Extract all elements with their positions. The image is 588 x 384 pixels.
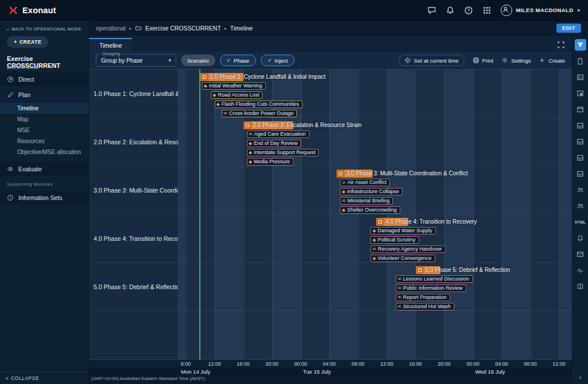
- inject-label: Public Information Review: [403, 285, 463, 291]
- notifications-icon[interactable]: [575, 232, 586, 244]
- archive-tray-4-icon[interactable]: [575, 168, 586, 179]
- sidebar-item-mse[interactable]: MSE: [0, 125, 88, 136]
- inject-chip[interactable]: ✉Structured Hot Wash: [396, 303, 454, 310]
- inject-chip[interactable]: ✉Report Preparation: [396, 294, 450, 301]
- inject-diamond-icon: ◆: [249, 149, 252, 156]
- settings-button[interactable]: Settings: [501, 57, 531, 64]
- scenario-chip[interactable]: Scenario: [181, 55, 215, 66]
- inject-filter-chip[interactable]: ✓ Inject: [261, 55, 295, 66]
- phase-bar[interactable]: 2.0 Phase 2: Escalation & Resource Strai…: [243, 121, 294, 129]
- eye-icon: [7, 166, 14, 172]
- breadcrumb-operational[interactable]: operational: [96, 25, 126, 32]
- inject-diamond-icon: ◆: [372, 228, 376, 234]
- create-button[interactable]: +CREATE: [7, 36, 48, 48]
- breadcrumb-exercise[interactable]: Exercise CROSSCURRENT: [145, 25, 221, 32]
- apps-grid-icon[interactable]: [482, 6, 492, 15]
- inject-chip[interactable]: ◆Political Scrutiny: [370, 236, 419, 244]
- inject-chip[interactable]: ◆End of Day Review: [247, 140, 301, 147]
- phase-bar[interactable]: 5.0 Phase 5: Debrief & Reflection: [416, 266, 441, 274]
- activity-icon[interactable]: [575, 264, 586, 276]
- set-at-current-time-button[interactable]: Set at current time: [399, 55, 465, 66]
- plan-sub-list: Timeline Map MSE Resources Objective/MSE…: [0, 103, 88, 158]
- collapse-sidebar-button[interactable]: «COLLAPSE: [0, 371, 88, 384]
- edit-button[interactable]: EDIT: [556, 24, 581, 33]
- inject-label: Flash Flooding Cuts Communities: [222, 101, 299, 107]
- pip-panel-icon[interactable]: [575, 87, 586, 99]
- brand-name: Exonaut: [22, 6, 56, 15]
- sidebar-item-evaluate[interactable]: Evaluate: [0, 162, 88, 176]
- tick-label: 08:00: [351, 361, 365, 367]
- window-panel-icon[interactable]: [575, 103, 586, 115]
- sidebar-item-plan[interactable]: Plan: [0, 88, 88, 102]
- inject-chip[interactable]: ⊘Air Asset Conflict: [340, 179, 390, 186]
- inject-chip[interactable]: ◆Road Access Lost: [211, 91, 262, 99]
- inject-chip[interactable]: ◆Interstate Support Request: [247, 149, 319, 156]
- chip-label: Scenario: [187, 57, 209, 64]
- gantt-row: 5.0 Phase 5: Debrief & Reflection✉Lesson…: [179, 263, 572, 311]
- archive-tray-2-icon[interactable]: [575, 136, 586, 147]
- fit-screen-icon[interactable]: [557, 41, 565, 49]
- phase-bar[interactable]: 1.0 Phase 1: Cyclone Landfall & Initial …: [200, 73, 243, 81]
- filter-icon[interactable]: [575, 39, 586, 51]
- document-icon[interactable]: [575, 55, 586, 67]
- inject-chip[interactable]: ◆Flash Flooding Cuts Communities: [215, 101, 303, 108]
- sidebar-item-map[interactable]: Map: [0, 114, 88, 125]
- inject-chip[interactable]: ◆Initial Weather Warning: [202, 82, 266, 90]
- sidebar-item-label: Resources: [17, 138, 45, 144]
- bell-icon[interactable]: [446, 6, 455, 15]
- image-panel-icon[interactable]: [575, 71, 586, 83]
- phase-filter-chip[interactable]: ✓ Phase: [220, 55, 256, 66]
- chevrons-left-icon: «: [6, 375, 9, 381]
- inject-chip[interactable]: ✉Ministerial Briefing: [340, 197, 393, 205]
- plus-icon: +: [14, 39, 17, 45]
- back-to-operational-link[interactable]: ← BACK TO OPERATIONAL MODE: [6, 26, 82, 32]
- help-icon[interactable]: ?: [464, 6, 473, 15]
- print-button[interactable]: Print: [473, 57, 494, 64]
- tab-timeline[interactable]: Timeline: [89, 38, 132, 52]
- sidebar-item-label: Information Sets: [18, 194, 62, 201]
- sidebar-item-timeline[interactable]: Timeline: [0, 103, 88, 114]
- sidebar-item-information-sets[interactable]: Information Sets: [0, 191, 88, 205]
- inject-chip[interactable]: ✉Aged Care Evacuation: [247, 130, 310, 138]
- inject-chip[interactable]: ◆Media Pressure: [247, 158, 293, 166]
- gantt-row: 3.0 Phase 3: Multi-State Coordination & …: [179, 166, 572, 214]
- check-icon: ✓: [227, 57, 231, 63]
- html-icon[interactable]: HTML: [575, 216, 586, 228]
- chevron-down-icon: ▾: [168, 57, 171, 63]
- sidebar-item-direct[interactable]: Direct: [0, 72, 88, 86]
- phase-label: 4.0 Phase 4: Transition to Recovery: [386, 218, 477, 226]
- collapse-label: COLLAPSE: [11, 375, 39, 381]
- sidebar-item-label: Evaluate: [18, 166, 42, 172]
- user-menu[interactable]: MILES MACDONALD ▾: [501, 5, 580, 16]
- archive-tray-3-icon[interactable]: [575, 152, 586, 163]
- phase-bar[interactable]: 3.0 Phase 3: Multi-State Coordination & …: [336, 170, 373, 178]
- inject-chip[interactable]: ◆Damaged Water Supply: [370, 227, 435, 235]
- grouping-select[interactable]: Grouping Group by Phase ▾: [96, 54, 176, 67]
- chip-label: Inject: [275, 57, 288, 64]
- inject-chip[interactable]: ✉Lessons Learned Discussion: [396, 275, 473, 283]
- inject-chip[interactable]: ◆Shelter Overcrowding: [340, 206, 400, 214]
- inject-label: Report Preparation: [403, 294, 447, 301]
- sidebar-item-resources[interactable]: Resources: [0, 136, 88, 147]
- brand[interactable]: Exonaut: [8, 5, 56, 16]
- mail-icon[interactable]: [575, 248, 586, 260]
- users-1-icon[interactable]: [575, 184, 586, 195]
- inject-label: Aged Care Evacuation: [254, 131, 305, 137]
- inject-chip[interactable]: ✉Recovery Agency Handover: [370, 245, 445, 253]
- grouping-label: Grouping: [100, 51, 122, 56]
- sidebar-item-objective-mse-allocation[interactable]: Objective/MSE allocation: [0, 147, 88, 158]
- library-icon[interactable]: [575, 281, 586, 292]
- inject-chip[interactable]: ✉Public Information Review: [396, 285, 466, 292]
- left-sidebar: ← BACK TO OPERATIONAL MODE +CREATE Exerc…: [0, 21, 89, 384]
- toolbar-actions: Set at current time Print Settings Creat…: [399, 55, 565, 66]
- exonaut-logo-icon: [8, 5, 18, 16]
- collapse-rail-icon[interactable]: ‹: [572, 374, 588, 381]
- phase-bar[interactable]: 4.0 Phase 4: Transition to Recovery: [376, 218, 408, 226]
- chat-icon[interactable]: [427, 6, 436, 15]
- inject-chip[interactable]: ◆Volunteer Convergence: [370, 255, 435, 262]
- inject-chip[interactable]: ◆Infrastructure Collapse: [340, 188, 403, 195]
- archive-tray-1-icon[interactable]: [575, 120, 586, 131]
- inject-chip[interactable]: ✉Cross-border Power Outage: [222, 110, 297, 117]
- create-inject-button[interactable]: Create: [539, 57, 565, 64]
- users-2-icon[interactable]: [575, 200, 586, 212]
